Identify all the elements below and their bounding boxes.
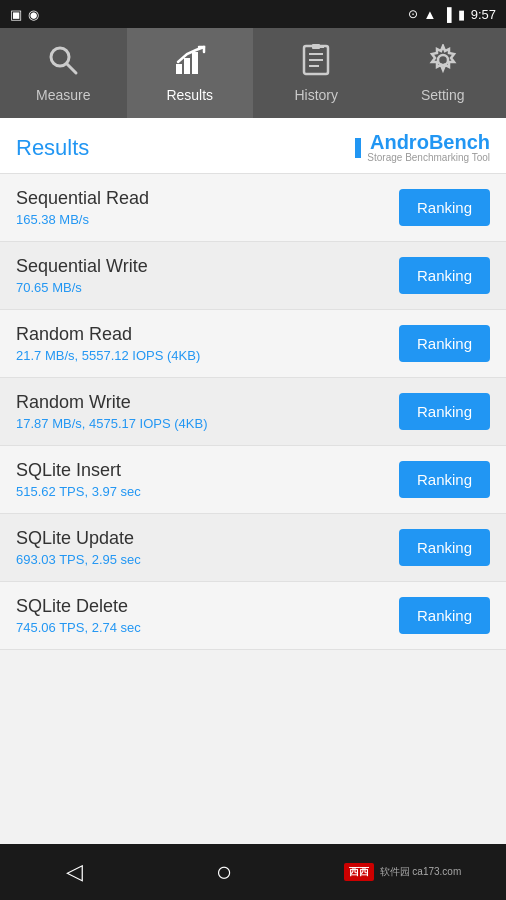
result-item-sqlite-insert: SQLite Insert 515.62 TPS, 3.97 sec Ranki… (0, 446, 506, 514)
result-info-sequential-write: Sequential Write 70.65 MB/s (16, 256, 148, 295)
battery-icon: ▮ (458, 7, 465, 22)
result-item-sequential-read: Sequential Read 165.38 MB/s Ranking (0, 174, 506, 242)
back-button[interactable]: ◁ (45, 852, 105, 892)
signal-icon: ▐ (442, 7, 451, 22)
ranking-btn-sqlite-insert[interactable]: Ranking (399, 461, 490, 498)
home-button[interactable]: ○ (194, 852, 254, 892)
tab-results[interactable]: Results (127, 28, 254, 118)
svg-point-11 (438, 55, 448, 65)
wifi-icon: ▲ (424, 7, 437, 22)
setting-icon (427, 44, 459, 81)
brand-prefix: Andro (370, 131, 429, 153)
result-info-sqlite-delete: SQLite Delete 745.06 TPS, 2.74 sec (16, 596, 141, 635)
brand-name: AndroBench (370, 132, 490, 152)
ranking-btn-random-read[interactable]: Ranking (399, 325, 490, 362)
ranking-btn-sqlite-update[interactable]: Ranking (399, 529, 490, 566)
result-info-sequential-read: Sequential Read 165.38 MB/s (16, 188, 149, 227)
result-item-sqlite-update: SQLite Update 693.03 TPS, 2.95 sec Ranki… (0, 514, 506, 582)
app-icon: ◉ (28, 7, 39, 22)
content-area: Results AndroBench Storage Benchmarking … (0, 118, 506, 844)
result-info-random-read: Random Read 21.7 MB/s, 5557.12 IOPS (4KB… (16, 324, 200, 363)
result-info-sqlite-insert: SQLite Insert 515.62 TPS, 3.97 sec (16, 460, 141, 499)
page-title: Results (16, 135, 89, 161)
home-icon: ○ (216, 856, 233, 888)
result-value-sequential-write: 70.65 MB/s (16, 280, 148, 295)
results-icon (174, 44, 206, 81)
result-item-sqlite-delete: SQLite Delete 745.06 TPS, 2.74 sec Ranki… (0, 582, 506, 650)
tab-measure[interactable]: Measure (0, 28, 127, 118)
result-name-sqlite-delete: SQLite Delete (16, 596, 141, 617)
brand-text: AndroBench Storage Benchmarking Tool (367, 132, 490, 163)
result-name-sequential-write: Sequential Write (16, 256, 148, 277)
result-name-sequential-read: Sequential Read (16, 188, 149, 209)
result-value-sqlite-insert: 515.62 TPS, 3.97 sec (16, 484, 141, 499)
watermark-area: 西西 软件园 ca173.com (344, 863, 462, 881)
result-value-random-write: 17.87 MB/s, 4575.17 IOPS (4KB) (16, 416, 208, 431)
status-bar-right: ⊙ ▲ ▐ ▮ 9:57 (408, 7, 496, 22)
watermark-badge: 西西 (344, 863, 374, 881)
result-value-sqlite-update: 693.03 TPS, 2.95 sec (16, 552, 141, 567)
result-item-sequential-write: Sequential Write 70.65 MB/s Ranking (0, 242, 506, 310)
tab-history[interactable]: History (253, 28, 380, 118)
tab-measure-label: Measure (36, 87, 90, 103)
result-info-sqlite-update: SQLite Update 693.03 TPS, 2.95 sec (16, 528, 141, 567)
result-name-sqlite-update: SQLite Update (16, 528, 141, 549)
result-value-random-read: 21.7 MB/s, 5557.12 IOPS (4KB) (16, 348, 200, 363)
brand-accent-bar (355, 138, 361, 158)
brand-suffix: Bench (429, 131, 490, 153)
svg-rect-2 (176, 64, 182, 74)
brand-logo: AndroBench Storage Benchmarking Tool (355, 132, 490, 163)
tab-setting-label: Setting (421, 87, 465, 103)
result-item-random-read: Random Read 21.7 MB/s, 5557.12 IOPS (4KB… (0, 310, 506, 378)
tab-history-label: History (294, 87, 338, 103)
history-icon (300, 44, 332, 81)
result-list: Sequential Read 165.38 MB/s Ranking Sequ… (0, 174, 506, 844)
tab-bar: Measure Results History (0, 28, 506, 118)
result-name-random-write: Random Write (16, 392, 208, 413)
result-name-random-read: Random Read (16, 324, 200, 345)
ranking-btn-sequential-write[interactable]: Ranking (399, 257, 490, 294)
result-info-random-write: Random Write 17.87 MB/s, 4575.17 IOPS (4… (16, 392, 208, 431)
result-value-sqlite-delete: 745.06 TPS, 2.74 sec (16, 620, 141, 635)
result-item-random-write: Random Write 17.87 MB/s, 4575.17 IOPS (4… (0, 378, 506, 446)
svg-rect-10 (312, 44, 320, 49)
circle-icon: ⊙ (408, 7, 418, 21)
tab-setting[interactable]: Setting (380, 28, 507, 118)
tab-results-label: Results (166, 87, 213, 103)
back-icon: ◁ (66, 859, 83, 885)
time-display: 9:57 (471, 7, 496, 22)
svg-rect-4 (192, 52, 198, 74)
watermark-text: 软件园 ca173.com (380, 865, 462, 879)
android-icon: ▣ (10, 7, 22, 22)
ranking-btn-sequential-read[interactable]: Ranking (399, 189, 490, 226)
result-name-sqlite-insert: SQLite Insert (16, 460, 141, 481)
brand-tagline: Storage Benchmarking Tool (367, 152, 490, 163)
svg-line-1 (67, 64, 76, 73)
ranking-btn-sqlite-delete[interactable]: Ranking (399, 597, 490, 634)
ranking-btn-random-write[interactable]: Ranking (399, 393, 490, 430)
svg-rect-3 (184, 58, 190, 74)
bottom-nav: ◁ ○ 西西 软件园 ca173.com (0, 844, 506, 900)
status-bar-left: ▣ ◉ (10, 7, 39, 22)
measure-icon (47, 44, 79, 81)
status-bar: ▣ ◉ ⊙ ▲ ▐ ▮ 9:57 (0, 0, 506, 28)
results-header: Results AndroBench Storage Benchmarking … (0, 118, 506, 174)
result-value-sequential-read: 165.38 MB/s (16, 212, 149, 227)
